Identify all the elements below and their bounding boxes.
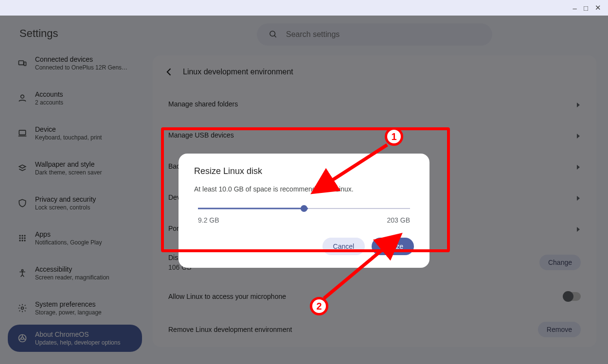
window-close-icon[interactable]: ✕ <box>595 3 601 12</box>
resize-button[interactable]: Resize <box>372 238 414 255</box>
window-minimize-icon[interactable]: – <box>573 4 577 12</box>
slider-min-label: 9.2 GB <box>198 216 219 224</box>
slider-thumb[interactable] <box>301 205 307 212</box>
cancel-button[interactable]: Cancel <box>322 238 365 255</box>
modal-overlay: Resize Linux disk At least 10.0 GB of sp… <box>0 16 608 364</box>
slider-max-label: 203 GB <box>387 216 410 224</box>
disk-size-slider[interactable] <box>194 205 414 212</box>
window-titlebar: – □ ✕ <box>0 0 608 16</box>
slider-fill <box>198 208 308 209</box>
window-maximize-icon[interactable]: □ <box>584 4 588 12</box>
resize-linux-disk-dialog: Resize Linux disk At least 10.0 GB of sp… <box>179 154 429 268</box>
dialog-description: At least 10.0 GB of space is recommended… <box>194 185 414 193</box>
dialog-title: Resize Linux disk <box>194 166 414 176</box>
